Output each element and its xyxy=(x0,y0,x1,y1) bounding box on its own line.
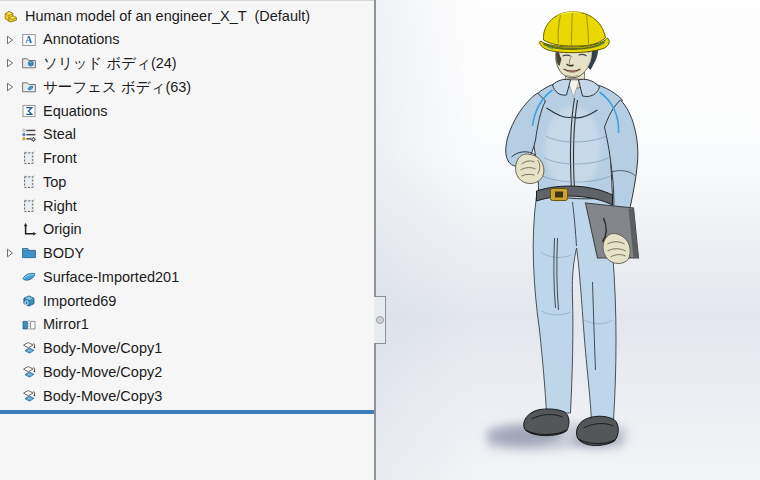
tree-item-label: Imported69 xyxy=(43,294,116,309)
graphics-viewport[interactable] xyxy=(376,0,760,480)
tree-item-part-root[interactable]: Human model of an engineer_X_T (Default) xyxy=(0,4,374,28)
engineer-hard-hat xyxy=(539,12,608,53)
tree-item-body-move-copy2[interactable]: Body-Move/Copy2 xyxy=(0,360,374,384)
tree-item-label: Top xyxy=(43,175,66,190)
plane-icon xyxy=(21,198,37,214)
panel-splitter-tab[interactable] xyxy=(374,296,386,344)
tree-item-label: Surface-Imported201 xyxy=(43,270,179,285)
imported-icon xyxy=(21,293,37,309)
panel-divider[interactable] xyxy=(374,0,376,480)
feature-manager-panel: Human model of an engineer_X_T (Default)… xyxy=(0,0,374,480)
tree-item-annotations[interactable]: A Annotations xyxy=(0,28,374,52)
tree-item-label: Annotations xyxy=(43,32,120,47)
solid-bodies-folder-icon xyxy=(21,55,37,71)
expand-arrow-icon[interactable] xyxy=(6,245,21,261)
origin-icon xyxy=(21,222,37,238)
mirror-icon xyxy=(21,317,37,333)
expand-arrow-icon[interactable] xyxy=(6,32,21,48)
tree-item-label: Mirror1 xyxy=(43,317,89,332)
part-icon xyxy=(3,8,19,24)
tree-item-label: Body-Move/Copy1 xyxy=(43,341,162,356)
move-copy-icon xyxy=(21,364,37,380)
move-copy-icon xyxy=(21,388,37,404)
tree-item-label: BODY xyxy=(43,246,84,261)
tree-item-front-plane[interactable]: Front xyxy=(0,147,374,171)
tree-item-label: ソリッド ボディ(24) xyxy=(43,56,177,71)
solidworks-window: Human model of an engineer_X_T (Default)… xyxy=(0,0,760,480)
splitter-grip-icon xyxy=(376,316,384,324)
equations-icon xyxy=(21,103,37,119)
move-copy-icon xyxy=(21,340,37,356)
tree-item-label: Body-Move/Copy3 xyxy=(43,389,162,404)
tree-item-right-plane[interactable]: Right xyxy=(0,194,374,218)
surface-bodies-folder-icon xyxy=(21,79,37,95)
tree-item-body-move-copy1[interactable]: Body-Move/Copy1 xyxy=(0,337,374,361)
tree-item-label: サーフェス ボディ(63) xyxy=(43,80,191,95)
tree-item-surface-bodies[interactable]: サーフェス ボディ(63) xyxy=(0,75,374,99)
tree-item-body-folder[interactable]: BODY xyxy=(0,242,374,266)
tree-item-label: Human model of an engineer_X_T (Default) xyxy=(25,9,310,24)
tree-item-label: Front xyxy=(43,151,77,166)
tree-item-solid-bodies[interactable]: ソリッド ボディ(24) xyxy=(0,52,374,76)
expand-arrow-icon[interactable] xyxy=(6,55,21,71)
tree-item-mirror1[interactable]: Mirror1 xyxy=(0,313,374,337)
annotations-icon: A xyxy=(21,32,37,48)
engineer-3d-model[interactable] xyxy=(376,0,760,480)
tree-item-label: Steal xyxy=(43,127,76,142)
rollback-bar[interactable] xyxy=(0,410,374,414)
tree-item-label: Right xyxy=(43,199,77,214)
tree-item-origin[interactable]: Origin xyxy=(0,218,374,242)
tree-item-body-move-copy3[interactable]: Body-Move/Copy3 xyxy=(0,384,374,408)
folder-icon xyxy=(21,245,37,261)
expand-arrow-icon[interactable] xyxy=(6,79,21,95)
plane-icon xyxy=(21,174,37,190)
tree-item-imported69[interactable]: Imported69 xyxy=(0,289,374,313)
material-icon xyxy=(21,127,37,143)
svg-text:A: A xyxy=(25,35,32,45)
plane-icon xyxy=(21,150,37,166)
tree-item-label: Equations xyxy=(43,104,108,119)
feature-tree: Human model of an engineer_X_T (Default)… xyxy=(0,1,374,414)
tree-item-equations[interactable]: Equations xyxy=(0,99,374,123)
tree-item-material-steal[interactable]: Steal xyxy=(0,123,374,147)
surface-imported-icon xyxy=(21,269,37,285)
tree-item-top-plane[interactable]: Top xyxy=(0,170,374,194)
tree-item-surface-imported201[interactable]: Surface-Imported201 xyxy=(0,265,374,289)
tree-item-label: Origin xyxy=(43,222,82,237)
tree-item-label: Body-Move/Copy2 xyxy=(43,365,162,380)
